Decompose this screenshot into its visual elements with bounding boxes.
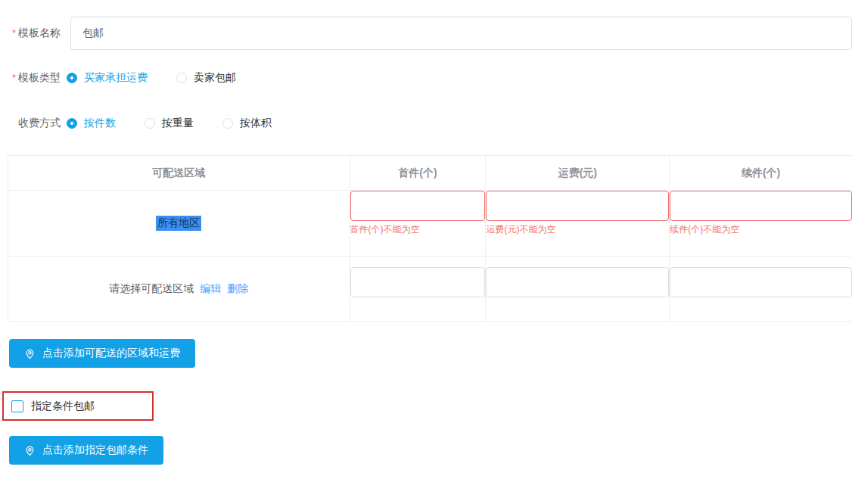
charge-method-label: 收费方式 xyxy=(0,117,61,130)
header-additional-piece: 续件(个) xyxy=(670,156,852,190)
shipping-fee-input[interactable] xyxy=(486,267,669,297)
shipping-fee-cell: 运费(元)不能为空 xyxy=(486,191,670,256)
radio-buyer-pays-shipping[interactable]: 买家承担运费 xyxy=(67,71,148,85)
shipping-template-form: *模板名称 *模板类型 买家承担运费 卖家包邮 收费方式 按件数 按重 xyxy=(0,17,852,504)
table-row: 所有地区 首件(个)不能为空 运费(元)不能为空 续件(个)不能为空 xyxy=(8,191,852,257)
delivery-area-cell: 所有地区 xyxy=(8,191,350,256)
first-piece-input[interactable] xyxy=(350,267,486,297)
shipping-fee-table: 可配送区域 首件(个) 运费(元) 续件(个) 所有地区 首件(个)不能为空 运… xyxy=(8,155,852,322)
select-area-text: 请选择可配送区域 xyxy=(109,282,194,296)
add-free-shipping-condition-label: 点击添加指定包邮条件 xyxy=(42,443,148,457)
shipping-fee-cell xyxy=(486,257,670,321)
shipping-fee-input[interactable] xyxy=(486,191,669,221)
additional-piece-error: 续件(个)不能为空 xyxy=(670,223,852,235)
table-row: 请选择可配送区域 编辑 删除 xyxy=(8,257,852,322)
first-piece-cell xyxy=(350,257,487,321)
add-delivery-area-label: 点击添加可配送的区域和运费 xyxy=(42,347,180,360)
free-shipping-checkbox-label: 指定条件包邮 xyxy=(31,400,95,413)
template-type-row: *模板类型 买家承担运费 卖家包邮 xyxy=(0,71,852,85)
additional-piece-input[interactable] xyxy=(670,191,852,221)
location-pin-icon xyxy=(24,348,36,359)
radio-unselected-icon xyxy=(222,118,233,129)
radio-seller-free-shipping[interactable]: 卖家包邮 xyxy=(176,71,236,85)
radio-label: 买家承担运费 xyxy=(84,71,148,85)
template-type-label: *模板类型 xyxy=(0,71,61,85)
table-header-row: 可配送区域 首件(个) 运费(元) 续件(个) xyxy=(8,156,852,191)
all-areas-link[interactable]: 所有地区 xyxy=(156,216,201,231)
radio-unselected-icon xyxy=(145,118,155,129)
delivery-area-cell: 请选择可配送区域 编辑 删除 xyxy=(8,257,350,321)
first-piece-cell: 首件(个)不能为空 xyxy=(350,191,487,256)
radio-label: 卖家包邮 xyxy=(194,71,236,85)
radio-unselected-icon xyxy=(176,73,187,83)
first-piece-error: 首件(个)不能为空 xyxy=(350,223,486,235)
first-piece-input[interactable] xyxy=(350,191,486,221)
template-name-row: *模板名称 xyxy=(0,17,852,50)
header-shipping-fee: 运费(元) xyxy=(486,156,670,190)
radio-label: 按件数 xyxy=(84,117,116,130)
add-free-shipping-condition-button[interactable]: 点击添加指定包邮条件 xyxy=(9,436,163,465)
header-first-piece: 首件(个) xyxy=(350,156,487,190)
location-pin-icon xyxy=(24,445,36,456)
edit-link[interactable]: 编辑 xyxy=(200,282,221,296)
conditional-free-shipping-box: 指定条件包邮 xyxy=(2,391,154,421)
delete-link[interactable]: 删除 xyxy=(227,282,248,296)
radio-by-volume[interactable]: 按体积 xyxy=(222,117,272,130)
template-name-input[interactable] xyxy=(70,17,852,50)
radio-label: 按重量 xyxy=(162,117,194,130)
radio-selected-icon xyxy=(67,73,77,83)
template-name-label: *模板名称 xyxy=(0,26,61,40)
radio-by-weight[interactable]: 按重量 xyxy=(145,117,194,130)
radio-label: 按体积 xyxy=(240,117,272,130)
additional-piece-cell: 续件(个)不能为空 xyxy=(670,191,852,256)
additional-piece-cell xyxy=(670,257,852,321)
charge-method-row: 收费方式 按件数 按重量 按体积 xyxy=(0,117,852,130)
free-shipping-checkbox[interactable] xyxy=(11,400,23,412)
add-delivery-area-button[interactable]: 点击添加可配送的区域和运费 xyxy=(9,339,195,368)
radio-selected-icon xyxy=(67,118,77,129)
header-delivery-area: 可配送区域 xyxy=(8,156,350,190)
additional-piece-input[interactable] xyxy=(670,267,852,297)
radio-by-piece[interactable]: 按件数 xyxy=(67,117,116,130)
charge-method-radio-group: 按件数 按重量 按体积 xyxy=(67,117,300,130)
template-type-radio-group: 买家承担运费 卖家包邮 xyxy=(67,71,265,85)
shipping-fee-error: 运费(元)不能为空 xyxy=(486,223,669,235)
required-mark: * xyxy=(12,27,16,39)
required-mark: * xyxy=(12,72,16,83)
